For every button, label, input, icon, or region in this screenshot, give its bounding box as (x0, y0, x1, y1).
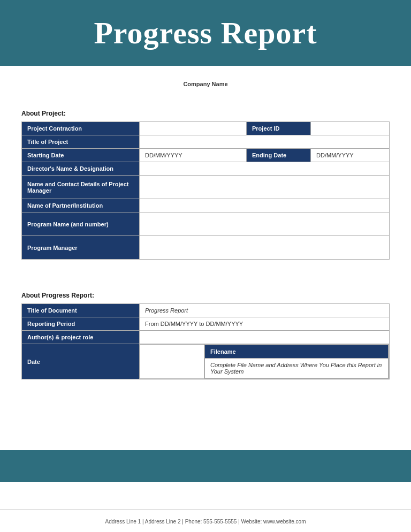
about-progress-title: About Progress Report: (21, 292, 390, 299)
title-doc-label: Title of Document (22, 304, 140, 317)
filename-value: Complete File Name and Address Where You… (205, 359, 389, 378)
table-row: Director's Name & Designation (22, 162, 390, 176)
table-row: Name and Contact Details of Project Mana… (22, 176, 390, 199)
author-value (140, 331, 390, 344)
spacer (0, 482, 411, 498)
program-manager-value (140, 236, 390, 260)
date-filename-cell: Filename Complete File Name and Address … (140, 344, 390, 379)
director-value (140, 162, 390, 176)
table-row: Title of Project (22, 135, 390, 149)
table-row: Date Filename (22, 344, 390, 379)
table-row: Name of Partner/Institution (22, 199, 390, 212)
footer-bar (0, 450, 411, 482)
partner-label: Name of Partner/Institution (22, 199, 140, 212)
title-project-value (140, 135, 390, 149)
company-section: Company Name (21, 66, 390, 88)
starting-date-value: DD/MM/YYYY (140, 149, 247, 162)
project-manager-value (140, 176, 390, 199)
project-contraction-label: Project Contraction (22, 122, 140, 135)
bottom-footer: Address Line 1 | Address Line 2 | Phone:… (0, 509, 411, 532)
title-doc-value: Progress Report (140, 304, 390, 317)
progress-table: Title of Document Progress Report Report… (21, 303, 390, 379)
project-manager-label: Name and Contact Details of Project Mana… (22, 176, 140, 199)
page-header: Progress Report (0, 0, 411, 66)
table-row: Program Name (and number) (22, 212, 390, 236)
date-label: Date (22, 344, 140, 379)
partner-value (140, 199, 390, 212)
table-row: Project Contraction Project ID (22, 122, 390, 135)
title-project-label: Title of Project (22, 135, 140, 149)
reporting-period-label: Reporting Period (22, 317, 140, 331)
table-row: Program Manager (22, 236, 390, 260)
table-row: Reporting Period From DD/MM/YYYY to DD/M… (22, 317, 390, 331)
project-contraction-value (140, 122, 247, 135)
director-label: Director's Name & Designation (22, 162, 140, 176)
reporting-period-value: From DD/MM/YYYY to DD/MM/YYYY (140, 317, 390, 331)
table-row: Author(s) & project role (22, 331, 390, 344)
program-name-value (140, 212, 390, 236)
about-progress-section: About Progress Report: Title of Document… (21, 292, 390, 379)
about-project-title: About Project: (21, 110, 390, 117)
page-title: Progress Report (21, 15, 390, 51)
company-name-label: Company Name (183, 81, 227, 87)
table-row: Title of Document Progress Report (22, 304, 390, 317)
ending-date-value: DD/MM/YYYY (311, 149, 390, 162)
project-id-label: Project ID (247, 122, 311, 135)
page: Progress Report Company Name About Proje… (0, 0, 411, 532)
table-row: Starting Date DD/MM/YYYY Ending Date DD/… (22, 149, 390, 162)
project-id-value (311, 122, 390, 135)
author-label: Author(s) & project role (22, 331, 140, 344)
page-content: Company Name About Project: Project Cont… (0, 66, 411, 418)
project-table: Project Contraction Project ID Title of … (21, 121, 390, 260)
program-name-label: Program Name (and number) (22, 212, 140, 236)
program-manager-label: Program Manager (22, 236, 140, 260)
about-project-section: About Project: Project Contraction Proje… (21, 110, 390, 260)
ending-date-label: Ending Date (247, 149, 311, 162)
starting-date-label: Starting Date (22, 149, 140, 162)
filename-label: Filename (205, 345, 389, 359)
footer-address: Address Line 1 | Address Line 2 | Phone:… (105, 519, 306, 525)
